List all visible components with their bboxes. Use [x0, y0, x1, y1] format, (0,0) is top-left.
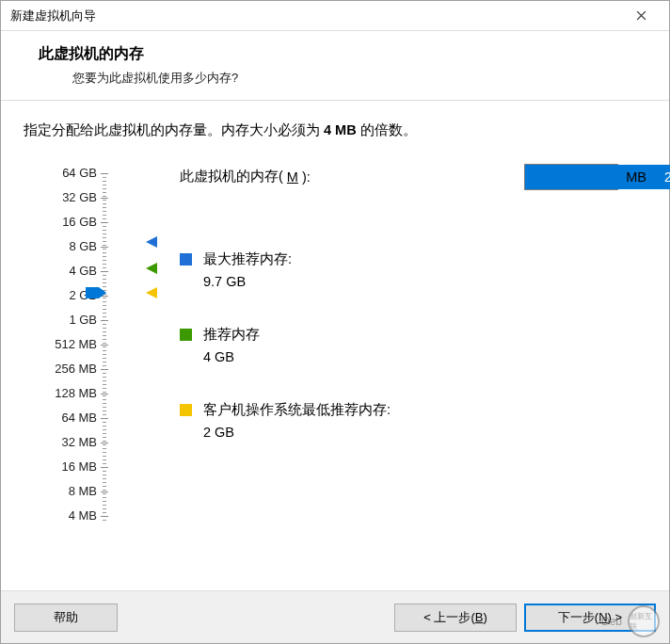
wizard-body: 指定分配给此虚拟机的内存量。内存大小必须为 4 MB 的倍数。 64 GB32 … — [1, 101, 669, 185]
page-subtitle: 您要为此虚拟机使用多少内存? — [39, 70, 669, 87]
min-label: 客户机操作系统最低推荐内存: — [203, 401, 391, 419]
scale-tick-label: 128 MB — [31, 386, 97, 400]
scale-tick-line — [101, 222, 108, 223]
rec-label: 推荐内存 — [203, 326, 260, 344]
next-suffix: ) > — [608, 610, 623, 624]
instruction-suffix: 的倍数。 — [357, 122, 417, 137]
next-prefix: 下一步( — [558, 609, 598, 626]
memory-slider-handle[interactable] — [86, 287, 106, 298]
rec-marker — [146, 262, 159, 275]
scale-tick-label: 16 MB — [31, 459, 97, 474]
memory-section: 64 GB32 GB16 GB8 GB4 GB2 GB1 GB512 MB256… — [24, 168, 646, 185]
svg-marker-0 — [146, 236, 157, 248]
scale-tick-line — [101, 271, 108, 272]
scale-track[interactable] — [103, 173, 106, 522]
svg-marker-3 — [86, 287, 106, 298]
scale-tick-line — [101, 320, 108, 321]
memory-input-group: MB — [524, 164, 646, 190]
back-button[interactable]: < 上一步(B) — [394, 604, 517, 632]
min-recommendation: 客户机操作系统最低推荐内存: 2 GB — [180, 401, 391, 440]
rec-recommendation: 推荐内存 4 GB — [180, 326, 260, 364]
memory-input[interactable] — [525, 165, 670, 189]
scale-tick-line — [101, 198, 108, 199]
scale-tick-line — [101, 369, 108, 370]
min-color-icon — [180, 404, 192, 416]
min-marker — [146, 286, 159, 299]
scale-tick-label: 8 MB — [31, 484, 97, 498]
rec-value: 4 GB — [203, 349, 260, 364]
scale-tick-label: 512 MB — [31, 337, 97, 351]
memory-unit: MB — [626, 169, 646, 185]
scale-tick-label: 1 GB — [31, 313, 97, 327]
rec-color-icon — [180, 329, 192, 341]
scale-tick-line — [101, 345, 108, 346]
memory-input-box — [524, 164, 618, 190]
scale-tick-label: 4 MB — [31, 508, 97, 523]
instruction-bold: 4 MB — [324, 122, 357, 137]
instruction-text: 指定分配给此虚拟机的内存量。内存大小必须为 4 MB 的倍数。 — [24, 121, 646, 139]
scale-tick-line — [101, 418, 108, 419]
instruction-prefix: 指定分配给此虚拟机的内存量。内存大小必须为 — [24, 122, 324, 137]
max-label: 最大推荐内存: — [203, 250, 292, 268]
close-button[interactable] — [622, 3, 660, 29]
wizard-header: 此虚拟机的内存 您要为此虚拟机使用多少内存? — [1, 31, 669, 101]
scale-tick-label: 32 MB — [31, 435, 97, 449]
scale-tick-line — [101, 516, 108, 517]
scale-tick-label: 8 GB — [31, 239, 97, 253]
memory-label-accel: M — [287, 169, 298, 185]
memory-label-prefix: 此虚拟机的内存( — [180, 168, 283, 185]
scale-tick-line — [101, 443, 108, 443]
scale-tick-label: 4 GB — [31, 264, 97, 278]
close-icon — [636, 10, 646, 21]
back-accel: B — [475, 610, 484, 624]
next-accel: N — [598, 610, 607, 624]
scale-tick-line — [101, 467, 108, 468]
svg-marker-1 — [146, 263, 157, 274]
wizard-footer: 帮助 < 上一步(B) 下一步(N) > — [1, 590, 669, 643]
scale-tick-label: 64 GB — [31, 166, 97, 180]
max-color-icon — [180, 253, 192, 266]
memory-scale: 64 GB32 GB16 GB8 GB4 GB2 GB1 GB512 MB256… — [24, 168, 127, 185]
back-prefix: < 上一步( — [423, 609, 475, 626]
memory-label-suffix: ): — [302, 169, 311, 185]
scale-tick-label: 256 MB — [31, 362, 97, 376]
scale-tick-label: 64 MB — [31, 411, 97, 425]
scale-tick-label: 16 GB — [31, 215, 97, 229]
max-value: 9.7 GB — [203, 274, 292, 289]
scale-tick-line — [101, 173, 108, 174]
titlebar: 新建虚拟机向导 — [1, 1, 669, 31]
max-marker — [146, 235, 159, 249]
scale-tick-line — [101, 394, 108, 394]
page-title: 此虚拟机的内存 — [39, 44, 669, 64]
back-suffix: ) — [483, 610, 487, 624]
scale-tick-line — [101, 491, 108, 492]
wizard-window: 新建虚拟机向导 此虚拟机的内存 您要为此虚拟机使用多少内存? 指定分配给此虚拟机… — [0, 0, 670, 644]
max-recommendation: 最大推荐内存: 9.7 GB — [180, 250, 292, 289]
svg-marker-2 — [146, 287, 157, 298]
help-button[interactable]: 帮助 — [14, 604, 118, 632]
min-value: 2 GB — [203, 425, 391, 440]
scale-tick-line — [101, 247, 108, 248]
memory-info: 此虚拟机的内存(M): MB 最大推荐内存: — [127, 168, 646, 185]
window-title: 新建虚拟机向导 — [10, 8, 622, 24]
scale-tick-label: 32 GB — [31, 190, 97, 204]
next-button[interactable]: 下一步(N) > — [524, 604, 656, 632]
